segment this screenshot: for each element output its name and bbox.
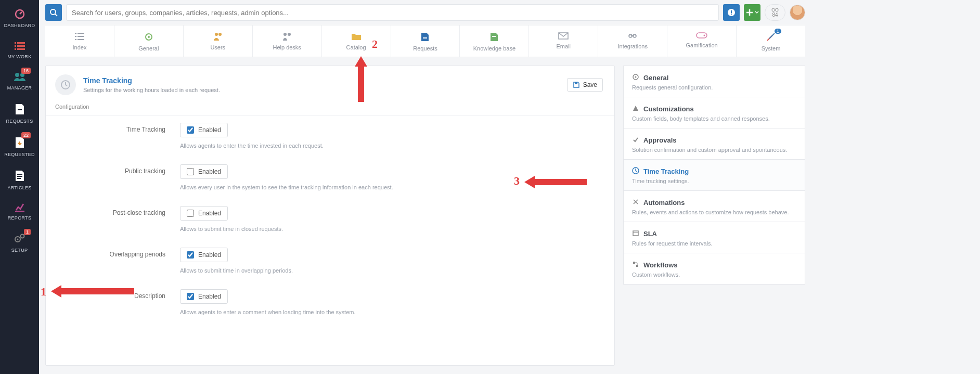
svg-point-15: [20, 235, 24, 238]
users-icon: [212, 32, 224, 41]
tab-users[interactable]: Users: [184, 25, 253, 57]
svg-rect-9: [18, 109, 22, 110]
nav-setup[interactable]: 1 SETUP: [0, 226, 39, 258]
enabled-checkbox[interactable]: Enabled: [180, 289, 228, 304]
side-icon: [632, 167, 639, 176]
tab-index[interactable]: Index: [45, 25, 114, 57]
add-button[interactable]: [744, 4, 760, 21]
side-title-text: Workflows: [643, 261, 678, 269]
tab-label: Gamification: [667, 42, 736, 48]
infinity-icon: [771, 8, 779, 12]
side-desc: Time tracking settings.: [632, 178, 796, 184]
checkbox-input[interactable]: [187, 168, 194, 175]
checkbox-label: Enabled: [198, 126, 221, 134]
badge: 22: [21, 132, 31, 138]
svg-rect-21: [78, 33, 84, 34]
nav-label: SETUP: [0, 248, 39, 253]
nav-label: ARTICLES: [0, 185, 39, 190]
search-input[interactable]: [66, 4, 719, 21]
nav-requested[interactable]: 22 REQUESTED: [0, 129, 39, 162]
nav-articles[interactable]: ARTICLES: [0, 162, 39, 196]
svg-rect-33: [492, 36, 496, 37]
sidebar-item[interactable]: Time Tracking Time tracking settings.: [623, 160, 805, 191]
svg-rect-46: [633, 262, 635, 264]
svg-point-43: [635, 76, 637, 78]
admin-tabs: Index General Users Help desks Catalog R…: [45, 25, 805, 57]
clock-icon: [55, 74, 76, 95]
tab-requests[interactable]: Requests: [391, 25, 460, 57]
checkbox-input[interactable]: [187, 293, 194, 300]
side-title-text: Time Tracking: [643, 167, 689, 175]
search-button[interactable]: [45, 4, 62, 21]
sidebar-item[interactable]: Workflows Custom workflows.: [623, 253, 805, 285]
tab-catalog[interactable]: Catalog: [322, 25, 391, 57]
side-desc: Custom workflows.: [632, 272, 796, 278]
tab-label: General: [114, 45, 183, 51]
field-label: Time Tracking: [55, 123, 180, 149]
tab-label: Knowledge base: [460, 45, 528, 51]
enabled-checkbox[interactable]: Enabled: [180, 248, 228, 262]
svg-rect-10: [17, 174, 22, 175]
tab-helpdesks[interactable]: Help desks: [253, 25, 322, 57]
svg-point-16: [50, 9, 56, 15]
svg-rect-25: [78, 39, 84, 40]
save-button[interactable]: Save: [567, 78, 603, 92]
svg-point-7: [15, 73, 19, 77]
sidebar-item[interactable]: Customizations Custom fields, body templ…: [623, 97, 805, 128]
sidebar-item[interactable]: Automations Rules, events and actions to…: [623, 191, 805, 222]
nav-manager[interactable]: 16 MANAGER: [0, 65, 39, 96]
points-pill[interactable]: 84: [765, 4, 785, 21]
checkbox-label: Enabled: [198, 251, 221, 259]
nav-requests[interactable]: REQUESTS: [0, 96, 39, 129]
tab-label: System: [737, 45, 805, 51]
sidebar-item[interactable]: SLA Rules for request time intervals.: [623, 222, 805, 253]
enabled-checkbox[interactable]: Enabled: [180, 206, 228, 221]
nav-label: DASHBOARD: [0, 23, 39, 28]
tab-kb[interactable]: Knowledge base: [460, 25, 529, 57]
svg-point-31: [288, 33, 291, 36]
notifications-button[interactable]: [723, 4, 740, 21]
headset-icon: [281, 32, 293, 41]
document-icon: [15, 170, 25, 182]
side-title-text: SLA: [643, 230, 657, 238]
tab-label: Index: [45, 44, 114, 50]
tab-general[interactable]: General: [114, 25, 184, 57]
side-desc: Rules for request time intervals.: [632, 240, 796, 247]
svg-rect-41: [575, 82, 577, 84]
nav-my-work[interactable]: MY WORK: [0, 33, 39, 65]
tab-system[interactable]: 1System: [737, 25, 805, 57]
nav-dashboard[interactable]: DASHBOARD: [0, 0, 39, 33]
doc-icon: [489, 32, 499, 42]
enabled-checkbox[interactable]: Enabled: [180, 123, 228, 137]
top-bar: 84: [39, 0, 811, 25]
side-icon: [632, 198, 639, 207]
checkbox-input[interactable]: [187, 251, 194, 259]
gear-icon: [143, 32, 154, 42]
user-avatar[interactable]: [790, 5, 805, 20]
side-icon: [632, 73, 639, 82]
left-nav: DASHBOARD MY WORK 16 MANAGER REQUESTS 22…: [0, 0, 39, 374]
section-label: Configuration: [46, 100, 614, 115]
svg-rect-5: [15, 48, 16, 50]
svg-rect-38: [697, 33, 707, 38]
sidebar-item[interactable]: Approvals Solution confirmation and cust…: [623, 128, 805, 160]
tab-email[interactable]: Email: [529, 25, 598, 57]
tab-gamification[interactable]: Gamification: [667, 25, 737, 57]
svg-rect-11: [17, 176, 22, 177]
settings-sidebar: General Requests general configuration. …: [623, 66, 805, 366]
sidebar-item[interactable]: General Requests general configuration.: [623, 66, 805, 97]
tab-integrations[interactable]: Integrations: [598, 25, 667, 57]
side-desc: Requests general configuration.: [632, 84, 796, 91]
field-label: Description: [55, 289, 180, 315]
side-icon: [632, 105, 639, 113]
alert-icon: [727, 8, 736, 17]
page-subtitle: Settings for the working hours loaded in…: [83, 87, 220, 93]
checkbox-input[interactable]: [187, 126, 194, 134]
checkbox-input[interactable]: [187, 210, 194, 217]
nav-reports[interactable]: REPORTS: [0, 196, 39, 226]
checkbox-label: Enabled: [198, 293, 221, 300]
svg-rect-18: [731, 10, 732, 13]
enabled-checkbox[interactable]: Enabled: [180, 164, 228, 179]
svg-rect-4: [17, 45, 25, 47]
side-icon: [632, 261, 639, 269]
